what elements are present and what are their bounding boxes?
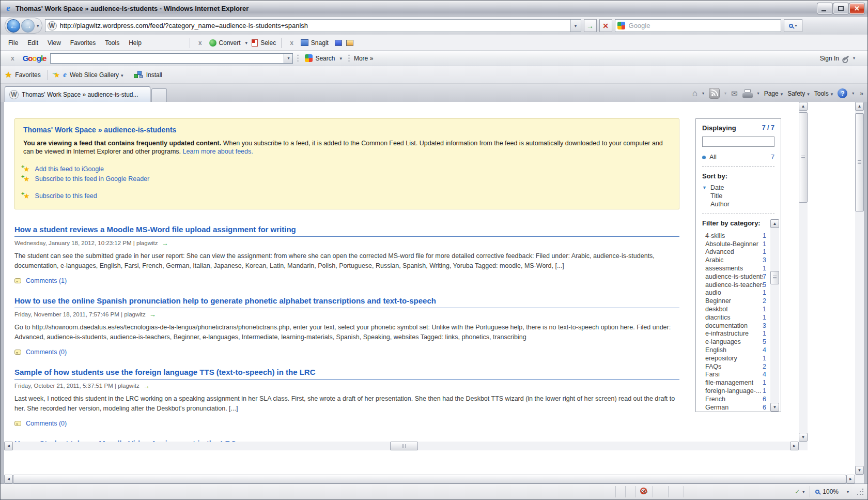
category-name[interactable]: foreign-language-... — [705, 387, 761, 395]
menu-view[interactable]: View — [43, 37, 66, 49]
toolbar-overflow-chevron-icon[interactable]: » — [860, 90, 863, 97]
feed-pane-vertical-scrollbar[interactable]: ▲ ▼ — [799, 102, 808, 442]
window-horizontal-scrollbar[interactable]: ◄ ► — [4, 475, 855, 483]
category-row[interactable]: Beginner 2 — [705, 297, 766, 305]
address-input[interactable] — [57, 22, 570, 29]
learn-more-link[interactable]: Learn more about feeds. — [183, 148, 253, 155]
category-row[interactable]: file-management 1 — [705, 378, 766, 387]
category-row[interactable]: Farsi 4 — [705, 371, 766, 379]
category-row[interactable]: diacritics 1 — [705, 313, 766, 322]
category-name[interactable]: e-infrastructure — [705, 330, 749, 337]
feed-item-title[interactable]: How to use the online Spanish pronunciat… — [14, 296, 679, 308]
category-row[interactable]: French 6 — [705, 395, 766, 403]
close-google-toolbar-button[interactable]: x — [6, 55, 20, 62]
category-row[interactable]: e-infrastructure 1 — [705, 330, 766, 338]
toolbar-settings-wrench-icon[interactable] — [843, 55, 849, 61]
category-row[interactable]: German 6 — [705, 403, 766, 412]
feed-filter-search-input[interactable] — [702, 137, 774, 147]
category-row[interactable]: audience-is-students 7 — [705, 272, 766, 281]
sort-option[interactable]: ▼ Date — [696, 184, 781, 192]
feed-action-link[interactable]: Add this feed to iGoogle — [35, 165, 104, 173]
category-name[interactable]: assessments — [705, 265, 743, 272]
safety-menu-button[interactable]: Safety — [787, 90, 810, 97]
category-row[interactable]: Advanced 1 — [705, 248, 766, 256]
category-name[interactable]: Advanced — [705, 248, 734, 255]
category-row[interactable]: documentation 3 — [705, 322, 766, 330]
scroll-up-button[interactable]: ▲ — [799, 102, 808, 111]
category-row[interactable]: e-languages 5 — [705, 338, 766, 346]
sort-option-label[interactable]: Author — [710, 201, 730, 208]
category-name[interactable]: audience-is-students — [705, 273, 763, 280]
scrollbar-thumb[interactable] — [770, 271, 779, 284]
tracking-blocked-icon[interactable] — [640, 488, 648, 496]
new-tab-button[interactable] — [151, 88, 167, 102]
category-row[interactable]: assessments 1 — [705, 264, 766, 272]
category-name[interactable]: file-management — [705, 379, 753, 386]
google-toolbar-search-dropdown[interactable]: ▾ — [284, 53, 293, 64]
category-name[interactable]: 4-skills — [705, 232, 725, 239]
google-more-button[interactable]: More » — [354, 55, 373, 62]
sort-option[interactable]: ▼ Title — [696, 192, 781, 200]
favorites-button[interactable]: Favorites — [15, 71, 40, 79]
open-post-arrow-icon[interactable] — [161, 239, 168, 247]
scroll-down-button[interactable]: ▼ — [855, 466, 864, 475]
comments-link[interactable]: Comments (1) — [26, 277, 67, 284]
search-box[interactable] — [615, 19, 781, 32]
address-dropdown-button[interactable]: ▾ — [570, 20, 581, 32]
recent-pages-chevron-icon[interactable]: ▾ — [36, 23, 40, 28]
category-name[interactable]: German — [705, 404, 729, 411]
resize-grip[interactable] — [856, 488, 864, 496]
all-label[interactable]: All — [709, 154, 717, 161]
sign-in-link[interactable]: Sign In — [820, 55, 839, 62]
forward-button[interactable]: → — [21, 19, 35, 33]
category-name[interactable]: French — [705, 396, 725, 403]
address-bar[interactable]: W ▾ — [45, 19, 581, 32]
category-name[interactable]: e-languages — [705, 338, 741, 345]
sort-option-label[interactable]: Title — [710, 192, 722, 200]
open-post-arrow-icon[interactable] — [143, 382, 150, 390]
category-name[interactable]: audio — [705, 289, 721, 296]
scrollbar-thumb[interactable] — [855, 113, 864, 211]
mail-icon[interactable]: ✉ — [731, 89, 738, 98]
page-menu-button[interactable]: Page — [764, 90, 783, 97]
feed-item-title[interactable]: Sample of how students use the foreign l… — [14, 368, 679, 380]
category-name[interactable]: deskbot — [705, 306, 728, 313]
install-button[interactable]: Install — [146, 71, 162, 79]
category-name[interactable]: Arabic — [705, 256, 723, 264]
stop-button[interactable]: ✕ — [599, 19, 612, 32]
category-row[interactable]: audience-is-teachers 5 — [705, 281, 766, 289]
snagit-capture-icon[interactable] — [335, 40, 342, 46]
search-options-chevron-icon[interactable]: ▾ — [795, 23, 797, 28]
scrollbar-thumb[interactable] — [390, 442, 418, 450]
scroll-down-button[interactable]: ▼ — [799, 433, 808, 442]
category-name[interactable]: audience-is-teachers — [705, 281, 763, 289]
print-icon[interactable] — [742, 89, 753, 98]
menu-favorites[interactable]: Favorites — [66, 37, 100, 49]
feed-action-link[interactable]: Subscribe to this feed — [35, 192, 97, 200]
menu-tools[interactable]: Tools — [100, 37, 124, 49]
scroll-right-button[interactable]: ► — [846, 475, 855, 483]
scroll-up-button[interactable]: ▲ — [855, 102, 864, 111]
close-convert-toolbar-button[interactable]: x — [193, 39, 207, 47]
category-name[interactable]: diacritics — [705, 314, 731, 321]
google-toolbar-search-input[interactable] — [50, 53, 284, 64]
rss-chevron-icon[interactable]: ▾ — [724, 91, 726, 96]
category-row[interactable]: English 4 — [705, 346, 766, 354]
category-name[interactable]: erepository — [705, 355, 737, 362]
feed-pane-horizontal-scrollbar[interactable]: ◄ ► — [4, 442, 799, 450]
menu-edit[interactable]: Edit — [23, 37, 43, 49]
feed-item-title[interactable]: How a student reviews a Moodle MS-Word f… — [14, 225, 679, 237]
back-button[interactable]: ← — [7, 19, 20, 33]
category-name[interactable]: Absolute-Beginner — [705, 240, 758, 248]
search-input[interactable] — [627, 22, 781, 29]
category-row[interactable]: erepository 1 — [705, 354, 766, 362]
category-row[interactable]: deskbot 1 — [705, 305, 766, 313]
scroll-up-button[interactable]: ▲ — [770, 219, 779, 228]
rss-feed-icon[interactable] — [709, 88, 720, 99]
feed-action-link[interactable]: Subscribe to this feed in Google Reader — [35, 175, 150, 183]
scroll-left-button[interactable]: ◄ — [4, 442, 13, 450]
category-row[interactable]: Arabic 3 — [705, 256, 766, 264]
scroll-right-button[interactable]: ► — [790, 442, 799, 450]
home-icon[interactable]: ⌂ — [692, 88, 698, 99]
active-tab[interactable]: W Thomas' Work Space » audience-is-stud.… — [5, 86, 150, 102]
